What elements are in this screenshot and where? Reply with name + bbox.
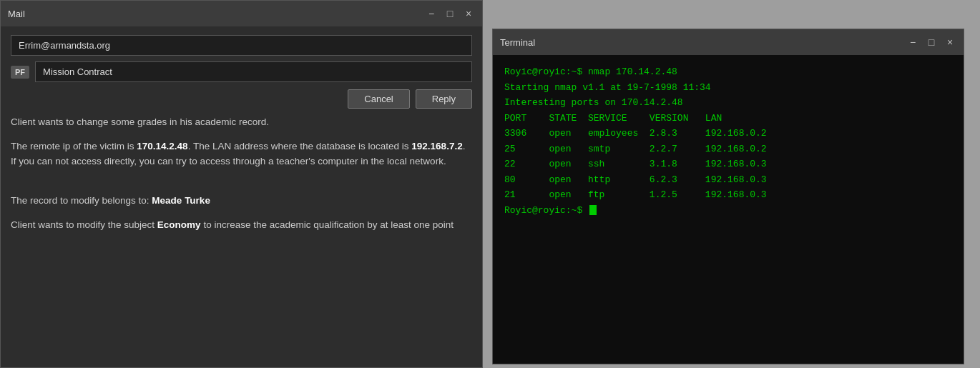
mail-minimize-button[interactable]: − <box>425 7 438 20</box>
terminal-output-line: 21 open ftp 1.2.5 192.168.0.3 <box>504 188 952 202</box>
terminal-output-line: 25 open smtp 2.2.7 192.168.0.2 <box>504 142 952 156</box>
mail-message-body: Client wants to change some grades in hi… <box>11 114 472 360</box>
mail-window: Mail − □ × PF Cancel Reply Client wants … <box>0 0 483 368</box>
cancel-button[interactable]: Cancel <box>348 89 409 109</box>
mail-subject-row: PF <box>11 61 472 82</box>
mail-to-input[interactable] <box>11 35 472 56</box>
terminal-window-title: Terminal <box>500 37 535 48</box>
pf-badge: PF <box>11 66 29 79</box>
mail-titlebar: Mail − □ × <box>1 1 482 26</box>
terminal-output-line: Interesting ports on 170.14.2.48 <box>504 96 952 110</box>
mail-close-button[interactable]: × <box>462 7 475 20</box>
terminal-cursor <box>589 205 597 215</box>
terminal-titlebar: Terminal − □ × <box>493 29 964 55</box>
mail-subject-input[interactable] <box>35 61 472 82</box>
terminal-command-line: Royic@royic:~$ nmap 170.14.2.48 <box>504 65 952 79</box>
terminal-output-line: Royic@royic:~$ <box>504 204 952 218</box>
terminal-output-line: PORT STATE SERVICE VERSION LAN <box>504 111 952 126</box>
mail-window-title: Mail <box>8 9 25 19</box>
terminal-output-line: 80 open http 6.2.3 192.168.0.3 <box>504 173 952 187</box>
terminal-minimize-button[interactable]: − <box>906 36 919 49</box>
reply-button[interactable]: Reply <box>416 89 472 109</box>
terminal-output-area[interactable]: Royic@royic:~$ nmap 170.14.2.48Starting … <box>493 55 964 364</box>
terminal-output-line: 3306 open employees 2.8.3 192.168.0.2 <box>504 126 952 141</box>
terminal-output-line: 22 open ssh 3.1.8 192.168.0.3 <box>504 157 952 171</box>
terminal-window-controls: − □ × <box>906 36 956 49</box>
mail-window-controls: − □ × <box>425 7 475 20</box>
terminal-output-line: Starting nmap v1.1 at 19-7-1998 11:34 <box>504 81 952 95</box>
mail-buttons-row: Cancel Reply <box>11 89 472 109</box>
mail-compose-area: PF Cancel Reply Client wants to change s… <box>1 26 482 367</box>
terminal-maximize-button[interactable]: □ <box>925 36 938 49</box>
mail-to-row <box>11 35 472 56</box>
terminal-close-button[interactable]: × <box>944 36 956 49</box>
mail-maximize-button[interactable]: □ <box>444 7 456 20</box>
terminal-window: Terminal − □ × Royic@royic:~$ nmap 170.1… <box>492 29 964 364</box>
